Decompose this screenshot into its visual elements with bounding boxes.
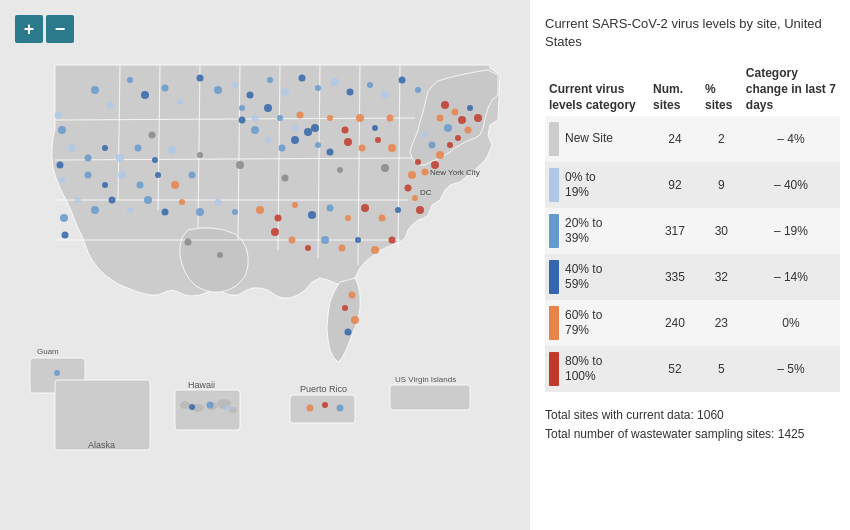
pct-sites-cell: 2 xyxy=(701,116,742,162)
color-swatch xyxy=(549,260,559,294)
svg-point-94 xyxy=(256,206,264,214)
svg-point-124 xyxy=(189,172,196,179)
change-cell: 0% xyxy=(742,300,840,346)
svg-point-43 xyxy=(315,85,321,91)
pct-sites-cell: 5 xyxy=(701,346,742,392)
svg-point-90 xyxy=(279,145,286,152)
svg-point-68 xyxy=(412,195,418,201)
svg-point-55 xyxy=(465,127,472,134)
category-cell: 20% to 39% xyxy=(545,208,649,254)
svg-point-72 xyxy=(327,115,333,121)
svg-point-127 xyxy=(109,197,116,204)
svg-point-80 xyxy=(388,144,396,152)
table-row: 20% to 39%31730– 19% xyxy=(545,208,840,254)
svg-point-136 xyxy=(58,126,66,134)
svg-point-137 xyxy=(57,162,64,169)
svg-point-70 xyxy=(297,112,304,119)
svg-point-103 xyxy=(271,228,279,236)
change-cell: – 19% xyxy=(742,208,840,254)
svg-point-141 xyxy=(149,132,156,139)
svg-point-30 xyxy=(91,86,99,94)
col-header-num-sites: Num. sites xyxy=(649,63,701,116)
svg-point-36 xyxy=(197,75,204,82)
svg-text:DC: DC xyxy=(420,188,432,197)
svg-point-112 xyxy=(85,155,92,162)
svg-point-121 xyxy=(137,182,144,189)
svg-point-133 xyxy=(215,199,222,206)
svg-point-101 xyxy=(379,215,386,222)
info-title: Current SARS-CoV-2 virus levels by site,… xyxy=(545,15,840,51)
svg-point-128 xyxy=(127,207,133,213)
svg-point-139 xyxy=(60,214,68,222)
svg-point-86 xyxy=(264,104,272,112)
change-cell: – 14% xyxy=(742,254,840,300)
svg-point-149 xyxy=(349,292,356,299)
svg-point-135 xyxy=(55,112,62,119)
svg-text:Puerto Rico: Puerto Rico xyxy=(300,384,347,394)
svg-point-125 xyxy=(75,197,81,203)
svg-point-147 xyxy=(185,239,192,246)
svg-point-74 xyxy=(356,114,364,122)
svg-point-83 xyxy=(304,128,312,136)
svg-point-131 xyxy=(179,199,185,205)
category-cell: 80% to 100% xyxy=(545,346,649,392)
svg-point-52 xyxy=(458,116,466,124)
color-swatch xyxy=(549,214,559,248)
svg-point-152 xyxy=(345,329,352,336)
zoom-out-button[interactable]: − xyxy=(46,15,74,43)
color-swatch xyxy=(549,168,559,202)
svg-rect-22 xyxy=(390,385,470,410)
svg-point-44 xyxy=(331,78,339,86)
svg-point-122 xyxy=(155,172,161,178)
svg-point-96 xyxy=(292,202,298,208)
svg-point-56 xyxy=(455,135,461,141)
svg-point-118 xyxy=(85,172,92,179)
svg-point-45 xyxy=(347,89,354,96)
svg-point-155 xyxy=(322,402,328,408)
svg-point-32 xyxy=(127,77,133,83)
svg-point-87 xyxy=(252,115,259,122)
svg-point-38 xyxy=(232,82,238,88)
pct-sites-cell: 9 xyxy=(701,162,742,208)
category-label: 80% to 100% xyxy=(565,354,602,385)
svg-point-37 xyxy=(214,86,222,94)
svg-point-148 xyxy=(217,252,223,258)
svg-point-102 xyxy=(395,207,401,213)
svg-point-111 xyxy=(68,144,76,152)
svg-point-48 xyxy=(399,77,406,84)
svg-point-107 xyxy=(339,245,346,252)
svg-point-120 xyxy=(118,171,126,179)
svg-point-39 xyxy=(247,92,254,99)
svg-point-76 xyxy=(387,115,394,122)
svg-point-77 xyxy=(344,138,352,146)
svg-point-63 xyxy=(431,161,439,169)
svg-point-59 xyxy=(447,142,453,148)
svg-point-71 xyxy=(311,124,319,132)
svg-point-92 xyxy=(251,126,259,134)
num-sites-cell: 317 xyxy=(649,208,701,254)
svg-point-115 xyxy=(135,145,142,152)
svg-point-58 xyxy=(437,115,444,122)
col-header-change: Category change in last 7 days xyxy=(742,63,840,116)
svg-point-62 xyxy=(422,132,428,138)
color-swatch xyxy=(549,306,559,340)
svg-point-47 xyxy=(381,91,389,99)
title-text: Current SARS-CoV-2 virus levels by site,… xyxy=(545,16,822,49)
svg-point-69 xyxy=(416,206,424,214)
map-controls: + − xyxy=(15,15,74,43)
svg-point-110 xyxy=(389,237,396,244)
svg-point-91 xyxy=(265,137,271,143)
svg-point-84 xyxy=(292,125,299,132)
zoom-in-button[interactable]: + xyxy=(15,15,43,43)
map-section: + − xyxy=(0,0,530,530)
svg-rect-21 xyxy=(290,395,355,423)
svg-point-46 xyxy=(367,82,373,88)
svg-point-66 xyxy=(408,171,416,179)
svg-point-109 xyxy=(371,246,379,254)
color-swatch xyxy=(549,122,559,156)
svg-point-146 xyxy=(381,164,389,172)
svg-point-95 xyxy=(275,215,282,222)
svg-point-34 xyxy=(162,85,169,92)
svg-point-51 xyxy=(452,109,459,116)
data-table: Current virus levels category Num. sites… xyxy=(545,63,840,392)
